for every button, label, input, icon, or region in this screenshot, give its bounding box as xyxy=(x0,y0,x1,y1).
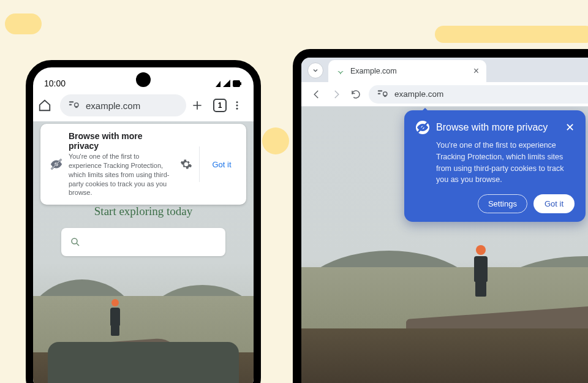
svg-point-8 xyxy=(236,108,238,110)
status-time: 10:00 xyxy=(44,78,66,88)
svg-point-6 xyxy=(236,101,238,103)
tabs-count-value: 1 xyxy=(218,101,222,110)
decor-pill-tr xyxy=(435,26,588,43)
tabs-switch-button[interactable]: 1 xyxy=(213,99,227,112)
eye-off-icon xyxy=(49,157,64,171)
eye-off-icon xyxy=(415,120,430,135)
svg-rect-0 xyxy=(233,80,240,87)
laptop-page-content: T Browse with more privacy ✕ You're one … xyxy=(301,107,588,383)
callout-body: You're one of the first to experience Tr… xyxy=(415,140,575,186)
new-tab-button[interactable] xyxy=(191,99,208,112)
phone-device-frame: 10:00 example.com 1 xyxy=(26,60,261,383)
tab-close-button[interactable]: × xyxy=(473,66,479,77)
page-search-card[interactable] xyxy=(61,228,225,256)
phone-browser-toolbar: example.com 1 xyxy=(33,89,254,121)
nav-forward-button[interactable] xyxy=(330,88,343,101)
svg-rect-14 xyxy=(378,90,383,91)
overflow-menu-button[interactable] xyxy=(232,100,249,111)
omnibox-text: example.com xyxy=(86,100,140,111)
search-tabs-button[interactable] xyxy=(307,63,323,78)
svg-point-12 xyxy=(72,238,77,244)
status-indicators xyxy=(214,78,243,88)
laptop-browser-toolbar: example.com xyxy=(301,82,588,107)
decor-dot-mid xyxy=(262,127,289,154)
callout-title: Browse with more privacy xyxy=(69,131,173,151)
svg-rect-2 xyxy=(69,101,74,102)
phone-power-button xyxy=(257,183,260,234)
phone-omnibox[interactable]: example.com xyxy=(60,94,186,116)
decor-pill-tl xyxy=(5,13,42,34)
laptop-device-frame: Example.com × example.com xyxy=(293,49,588,383)
callout-body: You're one of the first to experience Tr… xyxy=(69,152,173,197)
browser-tab[interactable]: Example.com × xyxy=(328,60,486,82)
page-image-card xyxy=(48,342,239,383)
nav-back-button[interactable] xyxy=(310,88,323,101)
tracking-protection-icon xyxy=(377,89,388,99)
tab-title-text: Example.com xyxy=(350,67,397,75)
chevron-down-icon xyxy=(312,67,319,74)
got-it-button[interactable]: Got it xyxy=(205,160,239,169)
got-it-button[interactable]: Got it xyxy=(533,194,575,213)
svg-rect-17 xyxy=(384,95,386,97)
callout-title: Browse with more privacy xyxy=(436,122,548,133)
site-plant-icon xyxy=(336,66,345,76)
tracking-protection-callout: Browse with more privacy ✕ You're one of… xyxy=(404,110,586,222)
svg-rect-3 xyxy=(69,104,72,105)
callout-close-button[interactable]: ✕ xyxy=(565,122,575,133)
callout-divider xyxy=(199,146,200,182)
svg-point-7 xyxy=(236,105,238,107)
phone-page-content: Browse with more privacy You're one of t… xyxy=(33,121,254,383)
laptop-chrome-top: Example.com × example.com xyxy=(301,58,588,107)
svg-line-13 xyxy=(77,243,79,246)
page-hero-text: Start exploring today xyxy=(33,205,254,218)
settings-gear-button[interactable] xyxy=(178,158,194,170)
laptop-omnibox[interactable]: example.com xyxy=(369,85,588,104)
phone-camera-notch xyxy=(136,72,151,87)
search-icon xyxy=(70,237,81,248)
omnibox-text: example.com xyxy=(394,89,443,99)
settings-button[interactable]: Settings xyxy=(478,194,527,213)
nav-reload-button[interactable] xyxy=(349,88,363,101)
svg-rect-5 xyxy=(75,106,77,108)
svg-rect-1 xyxy=(240,82,241,85)
home-icon[interactable] xyxy=(38,99,55,112)
tracking-protection-icon xyxy=(69,100,80,110)
tracking-protection-callout: Browse with more privacy You're one of t… xyxy=(40,124,246,205)
svg-rect-15 xyxy=(378,93,381,94)
